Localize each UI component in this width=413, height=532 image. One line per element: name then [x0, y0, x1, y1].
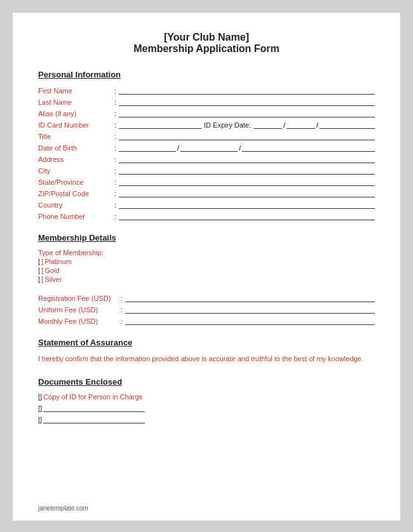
registration-fee-label: Registration Fee (USD)	[38, 295, 121, 302]
expiry-date-label: ID Expiry Date:	[204, 121, 251, 129]
monthly-fee-input[interactable]	[125, 316, 375, 325]
uniform-fee-input[interactable]	[125, 305, 375, 314]
expiry-day-input[interactable]	[287, 120, 315, 129]
uniform-fee-label: Uniform Fee (USD)	[38, 306, 121, 314]
dob-year-input[interactable]	[242, 143, 375, 152]
zip-label: ZIP/Postal Code	[38, 190, 114, 197]
zip-row: ZIP/Postal Code :	[38, 189, 375, 197]
assurance-title: Statement of Assurance	[38, 338, 375, 347]
footer: janetemplate.com	[38, 505, 88, 512]
title-row: Title :	[38, 131, 375, 140]
id-card-label: ID Card Number	[38, 121, 114, 129]
club-name: [Your Club Name]	[38, 32, 375, 43]
expiry-month-input[interactable]	[254, 120, 282, 129]
expiry-year-input[interactable]	[320, 120, 375, 129]
last-name-row: Last Name :	[38, 97, 375, 106]
dob-month-input[interactable]	[119, 143, 176, 152]
monthly-fee-label: Monthly Fee (USD)	[38, 317, 121, 325]
country-row: Country :	[38, 200, 375, 209]
first-name-input[interactable]	[119, 86, 375, 95]
doc-line-3[interactable]	[43, 415, 145, 423]
address-row: Address :	[38, 154, 375, 163]
state-input[interactable]	[119, 177, 375, 186]
phone-label: Phone Number	[38, 213, 114, 220]
state-row: State/Province :	[38, 177, 375, 186]
city-row: City :	[38, 166, 375, 175]
doc-line-2[interactable]	[43, 403, 145, 412]
country-input[interactable]	[119, 200, 375, 209]
phone-input[interactable]	[119, 211, 375, 220]
country-label: Country	[38, 201, 114, 209]
id-card-input[interactable]	[119, 120, 201, 129]
documents-section: Documents Enclosed [ ] Copy of ID for Pe…	[38, 377, 375, 423]
monthly-fee-row: Monthly Fee (USD) :	[38, 316, 375, 325]
alias-row: Alias (if any) :	[38, 109, 375, 117]
gold-option[interactable]: [ ] Gold	[38, 267, 375, 274]
footer-text: janetemplate.com	[38, 505, 88, 512]
dob-day-input[interactable]	[180, 143, 238, 152]
membership-title: Membership Details	[38, 233, 375, 243]
uniform-fee-row: Uniform Fee (USD) :	[38, 305, 375, 314]
doc-item-1: [ ] Copy of ID for Person in Charge	[38, 393, 375, 401]
assurance-section: Statement of Assurance I hereby confirm …	[38, 338, 375, 364]
alias-input[interactable]	[119, 109, 375, 117]
form-title: Membership Application Form	[38, 43, 375, 55]
phone-row: Phone Number :	[38, 211, 375, 220]
id-card-row: ID Card Number : ID Expiry Date: / /	[38, 120, 375, 129]
first-name-row: First Name :	[38, 86, 375, 95]
registration-fee-row: Registration Fee (USD) :	[38, 293, 375, 302]
first-name-label: First Name	[38, 87, 114, 95]
personal-info-section: Personal Information First Name : Last N…	[38, 70, 375, 220]
type-of-membership-label: Type of Membership:	[38, 249, 375, 256]
personal-info-title: Personal Information	[38, 70, 375, 79]
zip-input[interactable]	[119, 189, 375, 197]
title-input[interactable]	[119, 131, 375, 140]
last-name-input[interactable]	[119, 97, 375, 106]
header: [Your Club Name] Membership Application …	[38, 32, 375, 55]
city-input[interactable]	[119, 166, 375, 175]
registration-fee-input[interactable]	[125, 293, 375, 302]
doc-item-2: [ ]	[38, 403, 375, 412]
alias-label: Alias (if any)	[38, 110, 114, 117]
doc-item-3: [ ]	[38, 415, 375, 423]
address-label: Address	[38, 156, 114, 163]
doc-item-1-label: Copy of ID for Person in Charge	[43, 393, 143, 401]
address-input[interactable]	[119, 154, 375, 163]
last-name-label: Last Name	[38, 98, 114, 106]
platinum-option[interactable]: [ ] Platinum	[38, 258, 375, 265]
assurance-text: I hereby confirm that the information pr…	[38, 354, 375, 364]
membership-section: Membership Details Type of Membership: […	[38, 233, 375, 325]
page: [Your Club Name] Membership Application …	[13, 13, 400, 521]
dob-label: Date of Birth	[38, 144, 114, 152]
state-label: State/Province	[38, 178, 114, 186]
dob-row: Date of Birth : / /	[38, 143, 375, 152]
city-label: City	[38, 167, 114, 175]
silver-option[interactable]: [ ] Silver	[38, 276, 375, 283]
documents-title: Documents Enclosed	[38, 377, 375, 387]
title-label: Title	[38, 133, 114, 140]
